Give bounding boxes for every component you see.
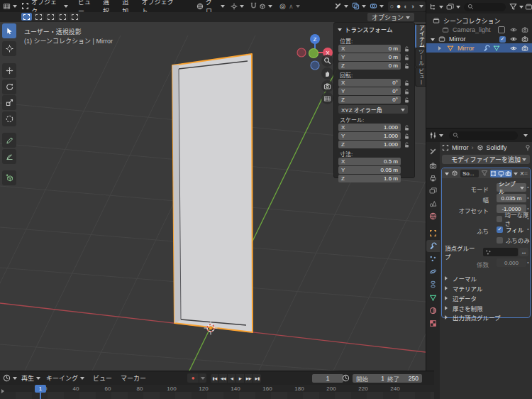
mode-dropdown[interactable]: シンプル [497,183,526,192]
tab-world[interactable] [426,210,440,222]
previous-keyframe-button[interactable]: ◀◀ [219,374,227,383]
outliner-row-mirror-collection[interactable]: Mirror ✓ [426,35,532,43]
properties-options-caret[interactable] [523,134,528,139]
timeline-view-menu[interactable]: ビュー [89,372,116,384]
properties-search-field[interactable] [449,131,518,140]
sidebar-tab-tool[interactable]: ツール [415,48,426,67]
jump-to-start-button[interactable]: ▮◀ [211,374,218,383]
eye-icon[interactable] [510,35,517,43]
tool-move-button[interactable] [2,63,16,78]
sidebar-tab-item[interactable]: アイテム [415,24,426,48]
lock-icon[interactable] [404,97,410,104]
rim-only-checkbox[interactable] [497,237,503,244]
perspective-toggle-button[interactable] [321,92,333,104]
tool-select-box-button[interactable] [2,23,16,38]
frame-start-field[interactable]: 開始1 [353,374,388,383]
shading-solid-button[interactable]: ● [397,2,401,10]
lock-icon[interactable] [404,62,410,70]
eye-icon[interactable] [510,45,517,52]
tool-scale-button[interactable] [2,95,16,110]
section-thickness-clamp[interactable]: 厚さを制限 [445,304,483,312]
modifier-extras-caret[interactable] [514,173,518,177]
playhead[interactable]: 1 [35,385,46,393]
modifier-name-field[interactable]: So... [460,170,479,177]
panel-collapse-arrow[interactable] [338,28,342,33]
pivot-dropdown[interactable] [231,3,244,10]
exclude-checkbox[interactable] [498,26,505,33]
tab-scene[interactable] [426,197,440,209]
expand-arrow-icon[interactable] [431,38,435,43]
outliner-row-camera-light[interactable]: Camera_light [426,26,532,34]
tab-tool[interactable] [426,146,440,158]
playback-menu[interactable]: 再生 [21,373,40,383]
frame-end-field[interactable]: 終了250 [384,374,422,383]
shading-wireframe-button[interactable]: ○ [390,3,394,10]
tab-modifiers[interactable] [426,240,440,252]
breadcrumb-object[interactable]: Mirror [452,144,469,151]
camera-visibility-icon[interactable] [521,35,528,43]
vgroup-invert-button[interactable]: ↔ [519,248,528,256]
tab-render[interactable] [426,160,440,172]
outliner-display-mode-dropdown[interactable] [446,3,460,11]
lock-icon[interactable] [404,45,410,53]
factor-field[interactable]: 0.000 [497,258,526,267]
select-mode-new-button[interactable] [21,13,32,21]
modifier-collapse-arrow[interactable] [445,173,449,177]
lock-icon[interactable] [404,54,410,61]
falloff-dropdown[interactable]: ∧ [289,3,300,10]
lock-icon[interactable] [404,80,410,87]
section-output-vertex-groups[interactable]: 出力頂点グループ [445,313,501,322]
tab-texture[interactable] [426,317,440,329]
timeline-ruler[interactable]: 20 40 60 80 100 120 140 160 180 200 220 … [0,385,434,399]
display-render-toggle[interactable] [504,170,511,177]
properties-editor-type-button[interactable] [429,131,443,139]
lock-icon[interactable] [404,88,410,95]
section-edge-data[interactable]: 辺データ [445,294,477,302]
lock-icon[interactable] [404,124,410,131]
tab-output[interactable] [426,173,440,185]
lock-icon[interactable] [404,141,410,148]
tool-cursor-button[interactable] [2,41,16,56]
tool-add-cube-button[interactable] [2,170,16,185]
tool-measure-button[interactable] [2,149,16,164]
overlays-dropdown[interactable] [370,2,384,10]
zoom-view-button[interactable] [321,55,333,67]
shading-material-button[interactable]: ◐ [404,3,407,10]
eye-icon[interactable] [510,26,517,33]
rotation-mode-dropdown[interactable]: XYZ オイラー角 [338,105,408,114]
current-frame-field[interactable]: 1 [312,374,343,383]
width-field[interactable]: 0.035 m [497,194,526,202]
outliner-filter-button[interactable] [509,3,523,11]
auto-keying-record-button[interactable]: ● [187,373,199,383]
outliner-search-field[interactable] [464,3,506,11]
tab-view-layer[interactable] [426,185,440,197]
camera-visibility-icon[interactable] [521,26,528,33]
shading-rendered-button[interactable]: ◑ [411,3,414,10]
camera-visibility-icon[interactable] [521,45,528,52]
editor-type-button[interactable] [3,2,17,10]
exclude-checkbox[interactable]: ✓ [499,36,506,43]
next-keyframe-button[interactable]: ▶▶ [245,374,253,383]
timeline-expand-arrow[interactable] [1,389,6,393]
display-editmode-toggle[interactable] [490,170,497,177]
tool-rotate-button[interactable] [2,80,16,94]
on-cage-icon[interactable] [481,170,488,177]
uniform-thickness-checkbox[interactable] [497,216,502,222]
gizmos-dropdown[interactable] [334,2,348,10]
select-mode-extend-button[interactable] [33,13,44,21]
modifier-wrench-icon[interactable] [483,45,490,52]
tab-material[interactable] [426,305,440,317]
modifier-drag-handle[interactable]: ≡ [524,170,528,177]
outliner-row-scene-collection[interactable]: シーンコレクション [426,16,532,25]
select-mode-intersect-button[interactable] [70,13,80,21]
tab-object[interactable] [426,227,440,239]
section-materials[interactable]: マテリアル [445,284,482,293]
xray-dropdown[interactable] [352,2,366,10]
breadcrumb-modifier[interactable]: Solidify [487,144,507,151]
play-button[interactable]: ▶ [236,374,244,383]
add-modifier-button[interactable]: モディファイアーを追加 [442,155,530,164]
tab-constraints[interactable] [426,278,440,290]
camera-view-button[interactable] [321,80,333,92]
vertex-group-field[interactable] [483,248,518,256]
play-reverse-button[interactable]: ◀ [228,374,235,383]
